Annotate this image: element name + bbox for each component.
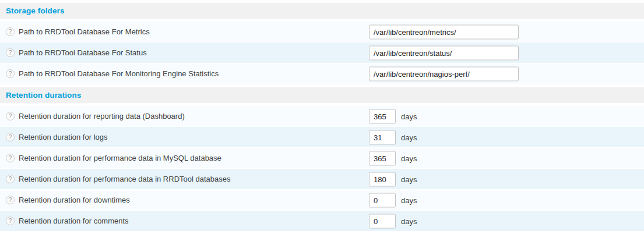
storage-settings-panel: Storage folders ? Path to RRDTool Databa… (0, 0, 644, 234)
section-header: Retention durations (0, 87, 644, 103)
unit-suffix: days (401, 217, 417, 225)
field-control: days (369, 151, 417, 165)
section-rows: ? Path to RRDTool Database For Metrics ?… (0, 22, 644, 84)
help-icon[interactable]: ? (6, 133, 15, 141)
help-icon[interactable]: ? (6, 48, 15, 57)
field-label: Path to RRDTool Database For Metrics (19, 27, 150, 36)
field-control (369, 45, 519, 60)
field-control (369, 66, 519, 81)
settings-section: Storage folders ? Path to RRDTool Databa… (0, 3, 644, 84)
section-header: Storage folders (0, 3, 644, 19)
number-input[interactable] (369, 214, 396, 228)
form-row: ? Path to RRDTool Database For Monitorin… (0, 63, 644, 84)
form-row: ? Retention duration for reporting data … (0, 106, 644, 127)
number-input[interactable] (369, 172, 396, 186)
help-icon[interactable]: ? (6, 175, 15, 183)
unit-suffix: days (401, 175, 417, 183)
field-control (369, 24, 519, 39)
form-row: ? Retention duration for logs days (0, 127, 644, 148)
unit-suffix: days (401, 133, 417, 141)
field-label: Retention duration for comments (19, 217, 129, 225)
form-row: ? Retention duration for downtimes days (0, 190, 644, 211)
field-control: days (369, 193, 417, 207)
section-rows: ? Retention duration for reporting data … (0, 106, 644, 232)
settings-section: Retention durations ? Retention duration… (0, 87, 644, 232)
help-icon[interactable]: ? (6, 196, 15, 204)
unit-suffix: days (401, 196, 417, 204)
field-label: Retention duration for performance data … (19, 154, 221, 162)
form-row: ? Retention duration for performance dat… (0, 169, 644, 190)
help-icon[interactable]: ? (6, 69, 15, 78)
field-label: Path to RRDTool Database For Status (19, 48, 147, 57)
field-label: Retention duration for logs (19, 133, 107, 141)
field-control: days (369, 109, 417, 123)
help-icon[interactable]: ? (6, 112, 15, 120)
field-control: days (369, 214, 417, 228)
path-input[interactable] (369, 24, 519, 39)
number-input[interactable] (369, 151, 396, 165)
unit-suffix: days (401, 154, 417, 162)
help-icon[interactable]: ? (6, 217, 15, 225)
form-row: ? Retention duration for performance dat… (0, 148, 644, 169)
path-input[interactable] (369, 66, 519, 81)
form-row: ? Path to RRDTool Database For Metrics (0, 22, 644, 42)
number-input[interactable] (369, 193, 396, 207)
field-control: days (369, 130, 417, 144)
help-icon[interactable]: ? (6, 154, 15, 162)
field-label: Path to RRDTool Database For Monitoring … (19, 69, 219, 78)
field-control: days (369, 172, 417, 186)
field-label: Retention duration for performance data … (19, 175, 231, 183)
form-row: ? Retention duration for comments days (0, 211, 644, 232)
form-row: ? Path to RRDTool Database For Status (0, 42, 644, 63)
field-label: Retention duration for reporting data (D… (19, 112, 185, 120)
unit-suffix: days (401, 112, 417, 120)
section-title: Retention durations (6, 91, 81, 100)
path-input[interactable] (369, 45, 519, 60)
number-input[interactable] (369, 109, 396, 123)
field-label: Retention duration for downtimes (19, 196, 130, 204)
number-input[interactable] (369, 130, 396, 144)
section-title: Storage folders (6, 6, 65, 15)
help-icon[interactable]: ? (6, 27, 15, 36)
